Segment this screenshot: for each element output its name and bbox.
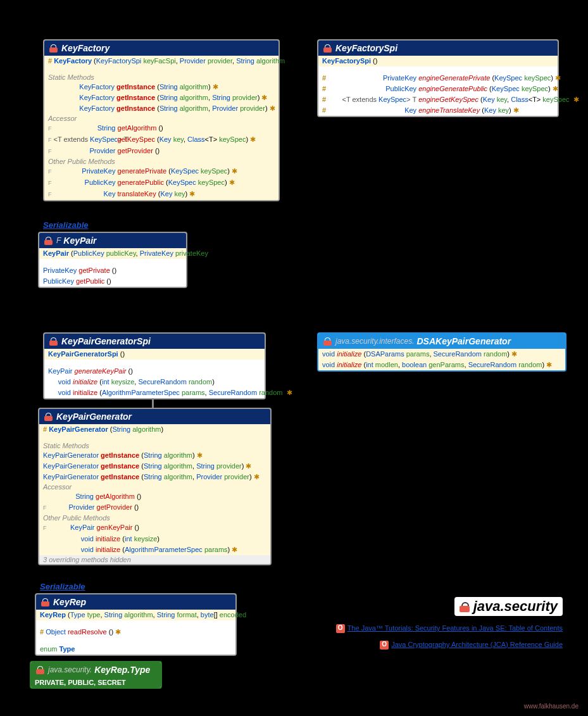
class-header: KeyPairGeneratorSpi (44, 334, 265, 349)
method-row: void initialize (int modlen, boolean gen… (318, 360, 565, 370)
class-header: java.security.interfaces.DSAKeyPairGener… (318, 334, 565, 349)
class-title: KeyFactorySpi (335, 43, 397, 53)
method-row: KeyPair generateKeyPair () (44, 366, 265, 377)
constructor-row: #KeyPairGenerator (String algorithm) (39, 424, 270, 435)
spacer (44, 66, 278, 73)
method-row: KeyFactory getInstance (String algorithm… (44, 92, 278, 103)
class-keypairgeneratorspi: KeyPairGeneratorSpi KeyPairGeneratorSpi … (43, 332, 266, 399)
interface-dsakeypairgenerator: java.security.interfaces.DSAKeyPairGener… (317, 332, 566, 372)
enum-keyrep-type: java.security.KeyRep.Type PRIVATE, PUBLI… (30, 661, 162, 689)
method-row: KeyPairGenerator getInstance (String alg… (39, 461, 270, 472)
spacer (39, 259, 186, 265)
method-row: FString getAlgorithm () (44, 123, 278, 134)
class-title: KeyPairGenerator (56, 411, 132, 422)
section-other: Other Public Methods (39, 513, 270, 522)
lock-icon (44, 413, 53, 421)
section-static: Static Methods (39, 441, 270, 450)
footer-hidden-methods: 3 overriding methods hidden (39, 555, 270, 564)
method-row: KeyFactory getInstance (String algorithm… (44, 103, 278, 114)
enum-values: PRIVATE, PUBLIC, SECRET (31, 677, 161, 688)
class-header: KeyFactory (44, 41, 278, 56)
constructor-row: KeyPair (PublicKey publicKey, PrivateKey… (39, 248, 186, 259)
constructor-row: #KeyFactory (KeyFactorySpi keyFacSpi, Pr… (44, 56, 278, 66)
oracle-icon (336, 624, 345, 633)
lock-icon (41, 598, 49, 606)
section-accessor: Accessor (39, 482, 270, 491)
class-header: java.security.KeyRep.Type (31, 662, 161, 677)
link-jca[interactable]: Java Cryptography Architecture (JCA) Ref… (380, 641, 563, 650)
class-header: FKeyPair (39, 233, 186, 248)
method-row: FProvider getProvider () (39, 502, 270, 513)
method-row: void initialize (AlgorithmParameterSpec … (39, 544, 270, 555)
oracle-icon (380, 641, 389, 650)
class-keyfactory: KeyFactory #KeyFactory (KeyFactorySpi ke… (43, 39, 280, 201)
class-keypair: FKeyPair KeyPair (PublicKey publicKey, P… (38, 232, 187, 288)
method-row: KeyFactory getInstance (String algorithm… (44, 82, 278, 92)
constructor-row: KeyRep (Type type, String algorithm, Str… (36, 610, 235, 620)
section-static: Static Methods (44, 73, 278, 82)
class-header: KeyRep (36, 594, 235, 610)
lock-icon (36, 666, 44, 674)
spacer (36, 637, 235, 644)
method-row: void initialize (AlgorithmParameterSpec … (44, 387, 265, 398)
method-row: #Object readResolve () ✱ (36, 627, 235, 637)
method-row: PublicKey getPublic () (39, 276, 186, 287)
class-title: KeyPairGeneratorSpi (61, 336, 151, 346)
method-row: KeyPairGenerator getInstance (String alg… (39, 472, 270, 482)
lock-icon (460, 602, 470, 612)
constructor-row: KeyFactorySpi () (318, 56, 558, 66)
serializable-label[interactable]: Serializable (40, 582, 85, 591)
method-row: FProvider getProvider () (44, 146, 278, 157)
serializable-label[interactable]: Serializable (43, 220, 89, 230)
method-row: FKeyPair genKeyPair () (39, 522, 270, 534)
class-keyfactoryspi: KeyFactorySpi KeyFactorySpi () #PrivateK… (317, 39, 559, 117)
lock-icon (49, 337, 58, 346)
spacer (44, 360, 265, 366)
class-header: KeyFactorySpi (318, 41, 558, 56)
section-other: Other Public Methods (44, 157, 278, 166)
method-row: void initialize (int keysize) (39, 534, 270, 544)
class-title: KeyPair (63, 236, 96, 246)
spacer (36, 620, 235, 627)
method-row: void initialize (int keysize, SecureRand… (44, 377, 265, 387)
lock-icon (323, 337, 332, 346)
class-title: KeyFactory (61, 43, 109, 53)
method-row: #PrivateKey engineGeneratePrivate (KeySp… (318, 73, 558, 84)
lock-icon (323, 44, 332, 53)
link-tutorials[interactable]: The Java™ Tutorials: Security Features i… (336, 624, 563, 633)
watermark: www.falkhausen.de (524, 703, 579, 710)
method-row: void initialize (DSAParams params, Secur… (318, 349, 565, 360)
constructor-row: KeyPairGeneratorSpi () (44, 349, 265, 360)
class-header: KeyPairGenerator (39, 409, 270, 424)
method-row: PrivateKey getPrivate () (39, 265, 186, 276)
class-title: DSAKeyPairGenerator (417, 336, 511, 346)
method-row: F<T extends KeySpec> T getKeySpec (Key k… (44, 134, 278, 146)
package-label: java.security (454, 597, 563, 616)
class-keyrep: KeyRep KeyRep (Type type, String algorit… (35, 593, 237, 656)
method-row: #Key engineTranslateKey (Key key) ✱ (318, 105, 558, 116)
enum-decl: enum Type (36, 644, 235, 655)
lock-icon (44, 237, 53, 245)
spacer (318, 66, 558, 73)
section-accessor: Accessor (44, 114, 278, 123)
method-row: String getAlgorithm () (39, 491, 270, 502)
method-row: #PublicKey engineGeneratePublic (KeySpec… (318, 84, 558, 94)
spacer (39, 435, 270, 441)
method-row: KeyPairGenerator getInstance (String alg… (39, 450, 270, 461)
class-keypairgenerator: KeyPairGenerator #KeyPairGenerator (Stri… (38, 408, 272, 565)
method-row: FPublicKey generatePublic (KeySpec keySp… (44, 177, 278, 189)
method-row: #<T extends KeySpec> T engineGetKeySpec … (318, 94, 558, 105)
lock-icon (49, 44, 58, 53)
class-title: KeyRep.Type (94, 665, 150, 675)
method-row: FPrivateKey generatePrivate (KeySpec key… (44, 166, 278, 177)
method-row: FKey translateKey (Key key) ✱ (44, 189, 278, 200)
class-title: KeyRep (53, 597, 86, 607)
